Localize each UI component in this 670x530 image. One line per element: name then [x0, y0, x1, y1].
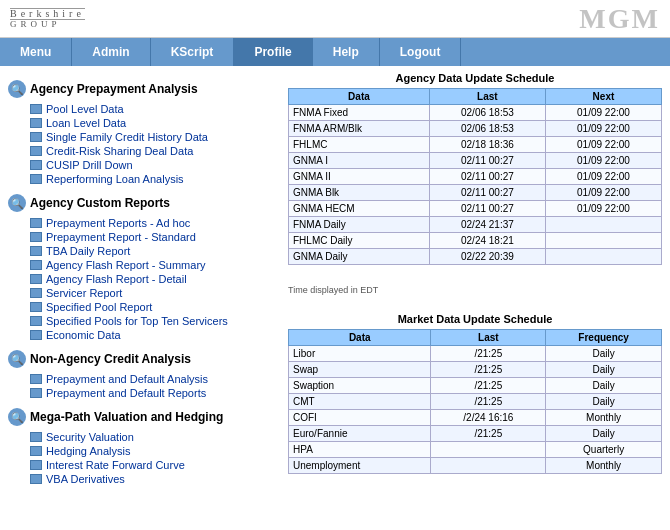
- menu-icon: [30, 232, 42, 242]
- menu-prepay-default-reports[interactable]: Prepayment and Default Reports: [8, 386, 278, 400]
- table-row: Libor/21:25Daily: [289, 346, 662, 362]
- menu-specified-pool[interactable]: Specified Pool Report: [8, 300, 278, 314]
- table-cell: FNMA Fixed: [289, 105, 430, 121]
- menu-icon: [30, 330, 42, 340]
- table-row: GNMA Daily02/22 20:39: [289, 249, 662, 265]
- table-cell: 01/09 22:00: [545, 169, 661, 185]
- navbar: Menu Admin KScript Profile Help Logout: [0, 38, 670, 66]
- table-cell: Daily: [546, 362, 662, 378]
- table-cell: [431, 442, 546, 458]
- table-row: CMT/21:25Daily: [289, 394, 662, 410]
- table-cell: 02/11 00:27: [429, 169, 545, 185]
- table-cell: FNMA Daily: [289, 217, 430, 233]
- section-icon-3: 🔍: [8, 350, 26, 368]
- agency-schedule-title: Agency Data Update Schedule: [288, 72, 662, 84]
- table-cell: 02/22 20:39: [429, 249, 545, 265]
- table-row: Euro/Fannie/21:25Daily: [289, 426, 662, 442]
- market-col-last: Last: [431, 330, 546, 346]
- menu-servicer-report[interactable]: Servicer Report: [8, 286, 278, 300]
- menu-icon: [30, 302, 42, 312]
- table-row: UnemploymentMonthly: [289, 458, 662, 474]
- left-column: 🔍 Agency Prepayment Analysis Pool Level …: [8, 72, 278, 494]
- agency-schedule-table: Agency Data Update Schedule Data Last Ne…: [288, 72, 662, 265]
- menu-cusip-drill[interactable]: CUSIP Drill Down: [8, 158, 278, 172]
- table-cell: GNMA HECM: [289, 201, 430, 217]
- menu-icon: [30, 274, 42, 284]
- menu-flash-detail[interactable]: Agency Flash Report - Detail: [8, 272, 278, 286]
- menu-vba-derivatives[interactable]: VBA Derivatives: [8, 472, 278, 486]
- nav-help[interactable]: Help: [313, 38, 380, 66]
- menu-icon: [30, 132, 42, 142]
- menu-security-valuation[interactable]: Security Valuation: [8, 430, 278, 444]
- menu-icon: [30, 446, 42, 456]
- table-cell: /21:25: [431, 378, 546, 394]
- market-schedule-title: Market Data Update Schedule: [288, 313, 662, 325]
- table-cell: Monthly: [546, 458, 662, 474]
- logo-left: Berkshire GROUP: [10, 8, 85, 29]
- menu-icon: [30, 432, 42, 442]
- menu-hedging-analysis[interactable]: Hedging Analysis: [8, 444, 278, 458]
- section-non-agency: 🔍 Non-Agency Credit Analysis: [8, 350, 278, 368]
- menu-reperforming[interactable]: Reperforming Loan Analysis: [8, 172, 278, 186]
- table-cell: COFI: [289, 410, 431, 426]
- table-cell: Daily: [546, 426, 662, 442]
- table-cell: Daily: [546, 394, 662, 410]
- table-cell: 02/11 00:27: [429, 153, 545, 169]
- agency-col-next: Next: [545, 89, 661, 105]
- menu-loan-level-data[interactable]: Loan Level Data: [8, 116, 278, 130]
- table-row: HPAQuarterly: [289, 442, 662, 458]
- section-agency-prepayment: 🔍 Agency Prepayment Analysis: [8, 80, 278, 98]
- table-cell: 02/06 18:53: [429, 121, 545, 137]
- table-cell: Libor: [289, 346, 431, 362]
- menu-single-family[interactable]: Single Family Credit History Data: [8, 130, 278, 144]
- menu-specified-pools-top-ten[interactable]: Specified Pools for Top Ten Servicers: [8, 314, 278, 328]
- nav-kscript[interactable]: KScript: [151, 38, 235, 66]
- table-cell: 01/09 22:00: [545, 185, 661, 201]
- menu-icon: [30, 160, 42, 170]
- menu-icon: [30, 374, 42, 384]
- section-icon-2: 🔍: [8, 194, 26, 212]
- menu-icon: [30, 460, 42, 470]
- menu-icon: [30, 260, 42, 270]
- table-cell: Quarterly: [546, 442, 662, 458]
- nav-logout[interactable]: Logout: [380, 38, 462, 66]
- nav-admin[interactable]: Admin: [72, 38, 150, 66]
- logo-bottom: GROUP: [10, 19, 85, 29]
- menu-prepay-standard[interactable]: Prepayment Report - Standard: [8, 230, 278, 244]
- table-cell: 01/09 22:00: [545, 201, 661, 217]
- table-cell: 02/24 21:37: [429, 217, 545, 233]
- menu-tba-daily[interactable]: TBA Daily Report: [8, 244, 278, 258]
- menu-icon: [30, 174, 42, 184]
- menu-icon: [30, 316, 42, 326]
- table-cell: Unemployment: [289, 458, 431, 474]
- table-cell: /21:25: [431, 394, 546, 410]
- table-cell: /21:25: [431, 426, 546, 442]
- table-cell: [545, 249, 661, 265]
- table-cell: 01/09 22:00: [545, 105, 661, 121]
- table-cell: GNMA I: [289, 153, 430, 169]
- table-row: FHLMC Daily02/24 18:21: [289, 233, 662, 249]
- nav-profile[interactable]: Profile: [234, 38, 312, 66]
- menu-flash-summary[interactable]: Agency Flash Report - Summary: [8, 258, 278, 272]
- table-cell: FHLMC: [289, 137, 430, 153]
- table-row: COFI/2/24 16:16Monthly: [289, 410, 662, 426]
- table-cell: CMT: [289, 394, 431, 410]
- table-cell: Daily: [546, 346, 662, 362]
- table-cell: 02/11 00:27: [429, 185, 545, 201]
- menu-credit-risk[interactable]: Credit-Risk Sharing Deal Data: [8, 144, 278, 158]
- table-cell: 02/11 00:27: [429, 201, 545, 217]
- table-cell: 02/06 18:53: [429, 105, 545, 121]
- table-cell: /2/24 16:16: [431, 410, 546, 426]
- menu-icon: [30, 118, 42, 128]
- menu-pool-level-data[interactable]: Pool Level Data: [8, 102, 278, 116]
- menu-economic-data[interactable]: Economic Data: [8, 328, 278, 342]
- table-row: Swap/21:25Daily: [289, 362, 662, 378]
- menu-prepay-adhoc[interactable]: Prepayment Reports - Ad hoc: [8, 216, 278, 230]
- nav-menu[interactable]: Menu: [0, 38, 72, 66]
- menu-icon: [30, 218, 42, 228]
- menu-icon: [30, 474, 42, 484]
- table-cell: Monthly: [546, 410, 662, 426]
- menu-prepay-default-analysis[interactable]: Prepayment and Default Analysis: [8, 372, 278, 386]
- table-cell: Swap: [289, 362, 431, 378]
- menu-interest-rate[interactable]: Interest Rate Forward Curve: [8, 458, 278, 472]
